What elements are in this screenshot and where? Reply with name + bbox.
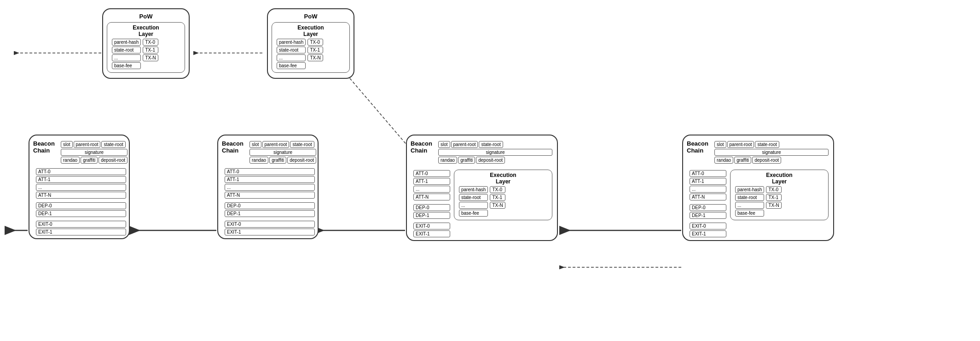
bc4-dep0: DEP-0 [690, 204, 726, 211]
bc3-att0: ATT-0 [413, 170, 450, 177]
bc1-randao: randao [61, 157, 80, 164]
bc1-slot: slot [61, 141, 73, 148]
bc2-randao: randao [249, 157, 268, 164]
beacon-title-3: BeaconChain [410, 138, 436, 155]
field-parent-hash-1: parent-hash [112, 39, 141, 46]
el4-parent-hash: parent-hash [735, 186, 764, 193]
el4-txn: TX-N [766, 202, 781, 209]
bc4-exit0: EXIT-0 [690, 223, 726, 229]
bc4-att0: ATT-0 [690, 170, 726, 177]
el-in-beacon4: ExecutionLayer parent-hash state-root ..… [730, 170, 829, 220]
bc4-exit1: EXIT-1 [690, 230, 726, 237]
bc1-attdots: ... [36, 184, 126, 191]
bc1-state-root: state-root [101, 141, 125, 148]
pow-block-2: PoW ExecutionLayer parent-hash state-roo… [267, 8, 354, 79]
el3-tx-col: TX-0 TX-1 TX-N [490, 186, 505, 209]
pow-block-1: PoW ExecutionLayer parent-hash state-roo… [102, 8, 190, 79]
bc3-att1: ATT-1 [413, 178, 450, 185]
beacon-header-1: slot parent-root state-root signature ra… [59, 138, 129, 166]
field-base-fee-1: base-fee [112, 62, 141, 69]
tx1-2: TX-1 [307, 47, 323, 53]
beacon-body-2: ATT-0 ATT-1 ... ATT-N DEP-0 DEP-1 EXIT-0… [225, 168, 315, 235]
bc2-exit0: EXIT-0 [225, 221, 315, 228]
el3-tx0: TX-0 [490, 186, 505, 193]
bc4-attn: ATT-N [690, 194, 726, 200]
bc2-state-root: state-root [290, 141, 314, 148]
bc2-attdots: ... [225, 184, 315, 191]
bc1-graffiti: graffiti [81, 157, 98, 164]
bc2-dep0: DEP-0 [225, 202, 315, 209]
el-in-beacon3: ExecutionLayer parent-hash state-root ..… [454, 170, 552, 220]
el-title-4: ExecutionLayer [733, 172, 825, 185]
bc1-exit0: EXIT-0 [36, 221, 126, 228]
bc2-graffiti: graffiti [269, 157, 286, 164]
bc2-dep1: DEP-1 [225, 210, 315, 217]
field-base-fee-2: base-fee [277, 62, 306, 69]
bc1-parent-root: parent-root [74, 141, 101, 148]
el3-base-fee: base-fee [459, 210, 488, 217]
field-state-root-2: state-root [277, 47, 306, 53]
bc1-signature: signature [61, 149, 128, 156]
el4-dots: ... [735, 202, 764, 209]
bc2-parent-root: parent-root [262, 141, 290, 148]
bc3-deposit-root: deposit-root [476, 157, 505, 164]
bc1-attn: ATT-N [36, 192, 126, 199]
bc1-deposit-root: deposit-root [99, 157, 128, 164]
execution-layer-2: ExecutionLayer parent-hash state-root ..… [272, 22, 350, 73]
bc2-attn: ATT-N [225, 192, 315, 199]
tx1-1: TX-1 [143, 47, 158, 53]
el-title-2: ExecutionLayer [275, 24, 347, 37]
txn-2: TX-N [307, 54, 323, 61]
bc1-exit1: EXIT-1 [36, 229, 126, 235]
bc3-signature: signature [438, 149, 552, 156]
bc2-slot: slot [249, 141, 261, 148]
bc1-dep0: DEP-0 [36, 202, 126, 209]
bc3-exit0: EXIT-0 [413, 223, 450, 229]
el4-base-fee: base-fee [735, 210, 764, 217]
bc3-state-root: state-root [479, 141, 503, 148]
el3-txn: TX-N [490, 202, 505, 209]
bc4-deposit-root: deposit-root [752, 157, 781, 164]
el4-tx0: TX-0 [766, 186, 781, 193]
execution-layer-1: ExecutionLayer parent-hash state-root ..… [107, 22, 185, 73]
beacon-header-2: slot parent-root state-root signature ra… [248, 138, 318, 166]
field-dots-1: ... [112, 54, 141, 61]
bc2-exit1: EXIT-1 [225, 229, 315, 235]
el-content-3: parent-hash state-root ... base-fee TX-0… [459, 186, 547, 217]
pow-title-2: PoW [270, 11, 352, 21]
beacon-header-3: slot parent-root state-root signature ra… [436, 138, 554, 166]
field-parent-hash-2: parent-hash [277, 39, 306, 46]
bc3-attn: ATT-N [413, 194, 450, 200]
bc3-parent-root: parent-root [451, 141, 478, 148]
el-title-1: ExecutionLayer [110, 24, 182, 37]
el3-state-root: state-root [459, 194, 488, 201]
el3-tx1: TX-1 [490, 194, 505, 201]
bc4-signature: signature [714, 149, 829, 156]
bc4-parent-root: parent-root [727, 141, 754, 148]
beacon-title-4: BeaconChain [686, 138, 713, 155]
bc2-deposit-root: deposit-root [287, 157, 316, 164]
bc4-randao: randao [714, 157, 733, 164]
bc3-dep0: DEP-0 [413, 204, 450, 211]
field-dots-2: ... [277, 54, 306, 61]
bc1-att1: ATT-1 [36, 176, 126, 183]
el-content-4: parent-hash state-root ... base-fee TX-0… [735, 186, 823, 217]
el4-tx1: TX-1 [766, 194, 781, 201]
bc1-dep1: DEP-1 [36, 210, 126, 217]
bc4-attdots: ... [690, 186, 726, 193]
bc4-att1: ATT-1 [690, 178, 726, 185]
bc3-graffiti: graffiti [458, 157, 475, 164]
beacon-block-4: BeaconChain slot parent-root state-root … [682, 135, 834, 241]
bc2-signature: signature [249, 149, 316, 156]
bc2-att1: ATT-1 [225, 176, 315, 183]
tx-col-2: TX-0 TX-1 TX-N [307, 39, 323, 61]
bc4-graffiti: graffiti [734, 157, 751, 164]
bc3-randao: randao [438, 157, 457, 164]
beacon-body-4: ATT-0 ATT-1 ... ATT-N DEP-0 DEP-1 EXIT-0… [690, 170, 726, 237]
bc3-exit1: EXIT-1 [413, 230, 450, 237]
bc4-slot: slot [714, 141, 726, 148]
bc4-state-root: state-root [755, 141, 779, 148]
field-state-root-1: state-root [112, 47, 141, 53]
pow-title-1: PoW [105, 11, 187, 21]
beacon-block-2: BeaconChain slot parent-root state-root … [217, 135, 319, 239]
